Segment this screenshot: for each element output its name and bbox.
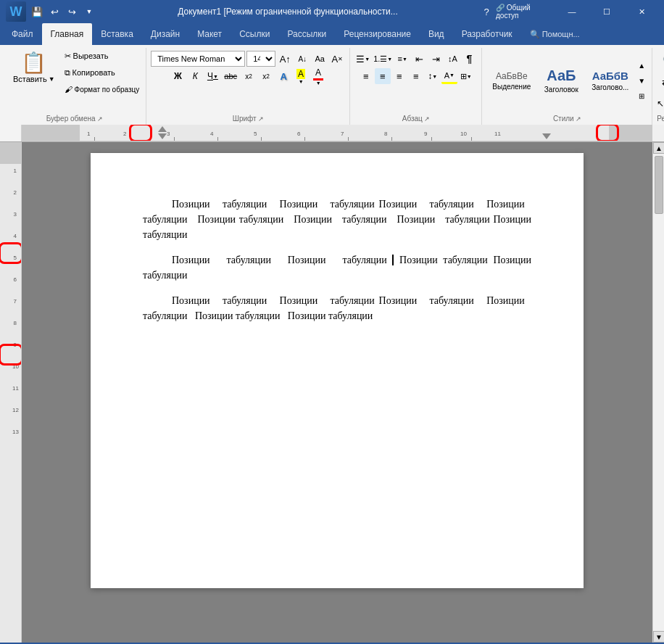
superscript-button[interactable]: x2 (258, 68, 274, 84)
subscript-button[interactable]: x2 (241, 68, 257, 84)
text-effects-btn[interactable]: A (275, 68, 291, 84)
italic-button[interactable]: К (187, 68, 203, 84)
tab-file[interactable]: Файл (3, 23, 42, 45)
highlight-color-btn[interactable]: A ▼ (293, 68, 309, 84)
clipboard-sub-buttons: ✂ Вырезать ⧉ Копировать 🖌 Формат по обра… (62, 48, 142, 97)
clipboard-group: 📋 Вставить ▼ ✂ Вырезать ⧉ Копировать 🖌 Ф… (3, 48, 146, 125)
line-spacing-btn[interactable]: ↕▼ (425, 68, 441, 84)
decrease-indent-btn[interactable]: ⇤ (411, 51, 427, 67)
first-line-indent-marker[interactable] (158, 126, 167, 132)
word-logo-icon[interactable]: W (6, 1, 26, 22)
styles-expander[interactable]: ↗ (576, 115, 581, 123)
align-left-btn[interactable]: ≡ (358, 68, 374, 84)
align-right-btn[interactable]: ≡ (391, 68, 407, 84)
paragraph-3[interactable]: Позиции табуляции Позиции табуляции Пози… (143, 293, 531, 323)
font-group: Times New Roman 14 A↑ A↓ Aa A✕ Ж К Ч▼ ab… (146, 48, 350, 125)
shading-btn[interactable]: A▼ (441, 68, 457, 84)
multilevel-list-btn[interactable]: ≡▼ (394, 51, 410, 67)
paste-dropdown-icon[interactable]: ▼ (49, 75, 55, 83)
increase-font-btn[interactable]: A↑ (277, 51, 293, 67)
ruler-content-area: 1 2 3 4 5 6 7 8 9 (80, 125, 609, 141)
borders-btn[interactable]: ⊞▼ (458, 68, 474, 84)
clipboard-expander[interactable]: ↗ (97, 115, 103, 123)
styles-group-content: АаБвВе Выделение АаБ Заголовок АаБбВ Заг… (486, 48, 647, 113)
bold-button[interactable]: Ж (170, 68, 186, 84)
document-area[interactable]: Позиции табуляции Позиции табуляции Пози… (22, 142, 652, 643)
tab-insert[interactable]: Вставка (92, 23, 142, 45)
tab-references[interactable]: Ссылки (231, 23, 278, 45)
tab-developer[interactable]: Разработчик (453, 23, 521, 45)
document-content[interactable]: Позиции табуляции Позиции табуляции Пози… (143, 197, 531, 323)
show-formatting-btn[interactable]: ¶ (461, 51, 477, 67)
strikethrough-button[interactable]: abc (222, 68, 239, 84)
v-ruler-content: 1 2 3 4 5 6 7 8 9 10 11 12 13 (0, 164, 21, 643)
align-center-btn[interactable]: ≡ (375, 68, 391, 84)
redo-btn[interactable]: ↪ (64, 4, 80, 20)
bullets-btn[interactable]: ☰▼ (354, 51, 371, 67)
styles-scroll-up[interactable]: ▲ (636, 59, 647, 72)
styles-group: АаБвВе Выделение АаБ Заголовок АаБбВ Заг… (482, 48, 652, 125)
tab-home[interactable]: Главная (42, 23, 93, 45)
increase-indent-btn[interactable]: ⇥ (428, 51, 444, 67)
scroll-down-btn[interactable]: ▼ (653, 631, 664, 643)
justify-btn[interactable]: ≡ (408, 68, 424, 84)
format-painter-button[interactable]: 🖌 Формат по образцу (62, 81, 142, 97)
paragraph-2[interactable]: Позиции табуляции Позиции табуляции Пози… (143, 252, 531, 283)
cut-button[interactable]: ✂ Вырезать (62, 48, 142, 64)
customize-quick-access[interactable]: ▼ (81, 4, 97, 20)
paragraph-expander[interactable]: ↗ (424, 115, 430, 123)
editing-label: Редактирование (657, 113, 664, 125)
scroll-track[interactable] (653, 154, 664, 631)
font-color-btn[interactable]: A ▼ (310, 68, 326, 84)
copy-button[interactable]: ⧉ Копировать (62, 65, 142, 80)
paste-button[interactable]: 📋 Вставить ▼ (7, 48, 61, 86)
tab-help[interactable]: 🔍 Помощн... (521, 23, 589, 45)
decrease-font-btn[interactable]: A↓ (294, 51, 310, 67)
help-btn[interactable]: ? (478, 4, 494, 20)
change-case-btn[interactable]: Aa (312, 51, 328, 67)
maximize-btn[interactable]: ☐ (590, 0, 623, 23)
numbering-btn[interactable]: 1.☰▼ (372, 51, 394, 67)
font-color-display: A ▼ (313, 67, 323, 86)
styles-expand[interactable]: ⊞ (636, 89, 647, 102)
ruler-corner (0, 125, 22, 141)
tab-mailings[interactable]: Рассылки (278, 23, 335, 45)
save-btn[interactable]: 💾 (29, 4, 45, 20)
scroll-up-btn[interactable]: ▲ (653, 142, 664, 154)
align-row: ≡ ≡ ≡ ≡ ↕▼ A▼ ⊞▼ (358, 68, 474, 84)
close-btn[interactable]: ✕ (625, 0, 658, 23)
styles-scroll-down[interactable]: ▼ (636, 74, 647, 87)
list-row: ☰▼ 1.☰▼ ≡▼ ⇤ ⇥ ↕A ¶ (354, 51, 477, 67)
ruler-scrollbar-corner (652, 125, 664, 141)
tab-layout[interactable]: Макет (188, 23, 231, 45)
undo-btn[interactable]: ↩ (46, 4, 62, 20)
style-normal[interactable]: АаБвВе Выделение (486, 59, 536, 102)
scroll-thumb[interactable] (655, 156, 663, 214)
vertical-scrollbar[interactable]: ▲ ▼ (652, 142, 664, 643)
styles-scroll-controls: ▲ ▼ ⊞ (636, 59, 647, 102)
tab-review[interactable]: Рецензирование (335, 23, 420, 45)
share-btn[interactable]: 🔗 Общий доступ (496, 4, 554, 20)
left-margin (22, 125, 80, 141)
paragraph-1[interactable]: Позиции табуляции Позиции табуляции Пози… (143, 197, 531, 242)
hanging-indent-marker[interactable] (158, 133, 167, 139)
quick-access-toolbar: 💾 ↩ ↪ ▼ (29, 4, 97, 20)
paragraph-label: Абзац ↗ (402, 113, 430, 125)
minimize-btn[interactable]: — (555, 0, 589, 23)
style-heading1[interactable]: АаБ Заголовок (538, 59, 584, 102)
font-name-select[interactable]: Times New Roman (151, 51, 245, 67)
format-painter-icon: 🖌 (65, 85, 72, 94)
sort-btn[interactable]: ↕A (444, 51, 460, 67)
underline-button[interactable]: Ч▼ (204, 68, 220, 84)
font-size-select[interactable]: 14 (246, 51, 275, 67)
style-heading2[interactable]: АаБбВ Заголово... (586, 59, 634, 102)
editing-group: 🔍 Найти ▼ ⇄ Заменить ↖ Выделить ▼ Редакт… (652, 48, 664, 125)
right-indent-marker[interactable] (542, 133, 551, 139)
clear-format-btn[interactable]: A✕ (329, 51, 345, 67)
window-controls: ? 🔗 Общий доступ — ☐ ✕ (478, 0, 658, 23)
tab-view[interactable]: Вид (420, 23, 453, 45)
tab-design[interactable]: Дизайн (142, 23, 188, 45)
right-margin (609, 125, 652, 141)
font-expander[interactable]: ↗ (258, 115, 264, 123)
document-page[interactable]: Позиции табуляции Позиции табуляции Пози… (91, 153, 584, 588)
